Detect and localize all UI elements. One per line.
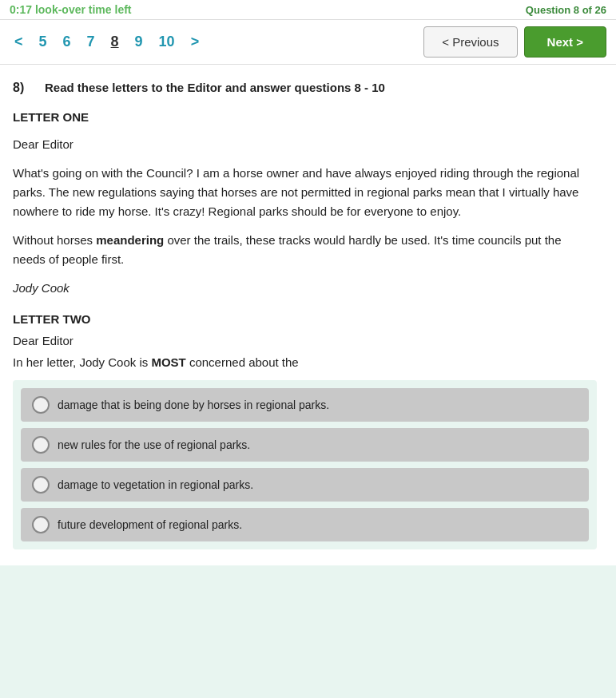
question-prompt: In her letter, Jody Cook is MOST concern… [13, 355, 597, 369]
radio-2[interactable] [32, 436, 50, 454]
answer-text-4: future development of regional parks. [58, 518, 242, 531]
nav-prev-arrow[interactable]: < [10, 32, 28, 52]
para-two-prefix: Without horses [13, 233, 96, 247]
nav-page-7[interactable]: 7 [82, 32, 100, 52]
answer-text-1: damage that is being done by horses in r… [58, 399, 329, 411]
question-number: 8) [13, 81, 37, 95]
question-counter: Question 8 of 26 [526, 4, 606, 16]
question-text-bold: MOST [151, 355, 185, 369]
nav-page-8[interactable]: 8 [106, 32, 124, 52]
nav-buttons: < Previous Next > [423, 26, 606, 58]
answer-option-1[interactable]: damage that is being done by horses in r… [21, 388, 589, 422]
question-text-suffix: concerned about the [186, 355, 299, 369]
answer-choices: damage that is being done by horses in r… [13, 380, 597, 549]
answer-text-3: damage to vegetation in regional parks. [58, 478, 253, 491]
salutation-two: Dear Editor [13, 334, 597, 347]
radio-4[interactable] [32, 516, 50, 533]
nav-next-arrow[interactable]: > [186, 32, 205, 52]
answer-option-3[interactable]: damage to vegetation in regional parks. [21, 468, 589, 502]
para-two-bold: meandering [96, 233, 164, 247]
nav-page-5[interactable]: 5 [34, 32, 52, 52]
answer-option-4[interactable]: future development of regional parks. [21, 508, 589, 541]
question-header: 8) Read these letters to the Editor and … [13, 81, 597, 95]
nav-page-10[interactable]: 10 [154, 32, 180, 52]
letter-two: LETTER TWO Dear Editor [13, 312, 597, 347]
letter-one: LETTER ONE Dear Editor What's going on w… [13, 108, 597, 298]
question-instruction: Read these letters to the Editor and ans… [45, 81, 385, 94]
paragraph-two: Without horses meandering over the trail… [13, 231, 597, 269]
paragraph-one: What's going on with the Council? I am a… [13, 164, 597, 221]
signature-one: Jody Cook [13, 279, 597, 298]
question-text-prefix: In her letter, Jody Cook is [13, 355, 151, 369]
content-area: 8) Read these letters to the Editor and … [0, 65, 616, 565]
page-links: < 5 6 7 8 9 10 > [10, 32, 423, 52]
nav-page-6[interactable]: 6 [58, 32, 76, 52]
nav-bar: < 5 6 7 8 9 10 > < Previous Next > [0, 20, 616, 65]
letter-two-title: LETTER TWO [13, 312, 597, 326]
timer-label: 0:17 look-over time left [10, 3, 132, 16]
salutation-one: Dear Editor [13, 135, 597, 154]
radio-3[interactable] [32, 476, 50, 494]
previous-button[interactable]: < Previous [423, 26, 517, 58]
top-bar: 0:17 look-over time left Question 8 of 2… [0, 0, 616, 20]
radio-1[interactable] [32, 396, 50, 414]
letter-one-title: LETTER ONE [13, 108, 597, 127]
next-button[interactable]: Next > [524, 26, 606, 58]
answer-option-2[interactable]: new rules for the use of regional parks. [21, 428, 589, 462]
answer-text-2: new rules for the use of regional parks. [58, 438, 250, 451]
nav-page-9[interactable]: 9 [130, 32, 148, 52]
